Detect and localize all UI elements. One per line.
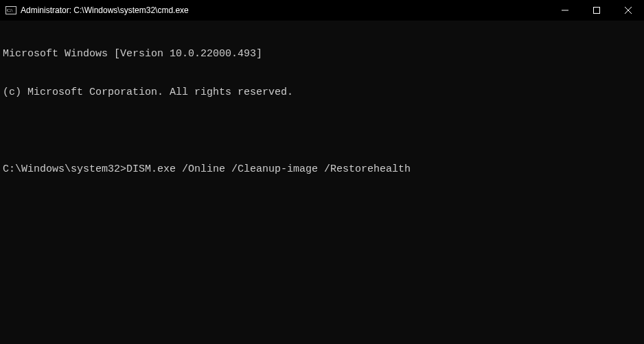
window-titlebar: C:\ Administrator: C:\Windows\system32\c… [0,0,644,21]
terminal-output-line: (c) Microsoft Corporation. All rights re… [3,87,641,100]
window-controls [549,0,644,21]
svg-rect-3 [594,8,600,14]
terminal-blank-line [3,125,641,138]
cmd-icon: C:\ [5,5,16,16]
minimize-button[interactable] [549,0,581,21]
terminal-area[interactable]: Microsoft Windows [Version 10.0.22000.49… [0,21,644,344]
maximize-icon [593,7,600,14]
titlebar-left: C:\ Administrator: C:\Windows\system32\c… [5,5,189,16]
close-icon [625,7,632,14]
maximize-button[interactable] [581,0,612,21]
terminal-prompt-line: C:\Windows\system32> DISM.exe /Online /C… [3,163,641,176]
close-button[interactable] [612,0,644,21]
minimize-icon [562,7,568,14]
svg-text:C:\: C:\ [7,8,13,13]
terminal-output-line: Microsoft Windows [Version 10.0.22000.49… [3,48,641,61]
window-title: Administrator: C:\Windows\system32\cmd.e… [21,5,189,15]
terminal-command: DISM.exe /Online /Cleanup-image /Restore… [126,163,411,176]
terminal-prompt: C:\Windows\system32> [3,163,126,176]
